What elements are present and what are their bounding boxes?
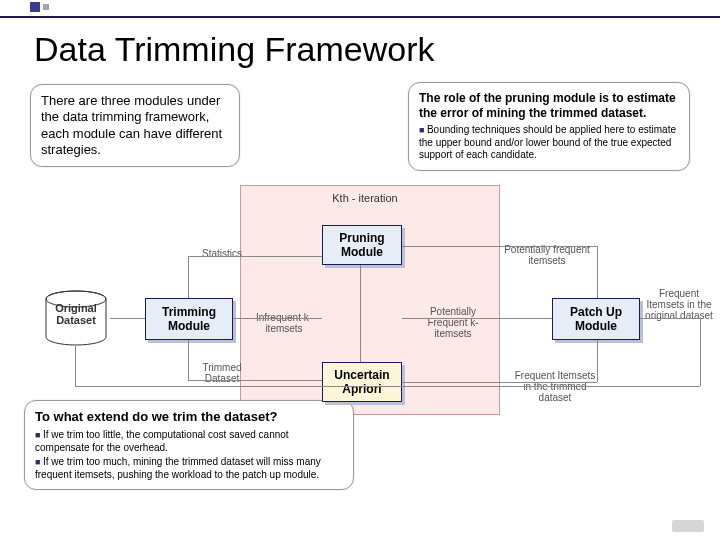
module-patchup: Patch Up Module xyxy=(552,298,640,340)
callout-header: To what extend do we trim the dataset? xyxy=(35,409,343,425)
connector xyxy=(640,318,700,319)
header-bar xyxy=(0,0,720,18)
connector xyxy=(188,256,189,298)
module-trimming: Trimming Module xyxy=(145,298,233,340)
connector xyxy=(188,256,322,257)
label-original-dataset: Original Dataset xyxy=(36,302,116,326)
module-pruning: Pruning Module xyxy=(322,225,402,265)
square-icon xyxy=(43,4,49,10)
label-kth-iteration: Kth - iteration xyxy=(320,192,410,204)
connector xyxy=(597,340,598,382)
footer-logo xyxy=(672,520,704,532)
callout-pruning-role: The role of the pruning module is to est… xyxy=(408,82,690,171)
header-decoration xyxy=(30,2,49,12)
connector xyxy=(402,318,552,319)
bullet-icon xyxy=(35,456,43,467)
connector xyxy=(110,318,145,319)
label-potentially-frequent-k: Potentially Frequent k-itemsets xyxy=(418,306,488,339)
connector xyxy=(700,318,701,386)
callout-intro: There are three modules under the data t… xyxy=(30,84,240,167)
bullet-icon xyxy=(419,124,427,135)
module-uncertain-apriori: Uncertain Apriori xyxy=(322,362,402,402)
connector xyxy=(402,246,597,247)
callout-trim-question: To what extend do we trim the dataset? I… xyxy=(24,400,354,490)
callout-text: There are three modules under the data t… xyxy=(41,93,222,157)
label-statistics: Statistics xyxy=(192,248,252,259)
connector xyxy=(402,382,597,383)
bullet-text: If we trim too little, the computational… xyxy=(35,429,289,453)
bullet-icon xyxy=(35,429,43,440)
connector xyxy=(597,246,598,298)
connector xyxy=(75,346,76,386)
connector xyxy=(75,386,700,387)
label-potentially-frequent: Potentially frequent itemsets xyxy=(502,244,592,266)
bullet-text: Bounding techniques should be applied he… xyxy=(419,124,676,160)
square-icon xyxy=(30,2,40,12)
label-frequent-original: Frequent Itemsets in the original datase… xyxy=(644,288,714,321)
callout-header: The role of the pruning module is to est… xyxy=(419,91,679,121)
connector xyxy=(188,380,322,381)
bullet-text: If we trim too much, mining the trimmed … xyxy=(35,456,321,480)
connector xyxy=(188,340,189,380)
page-title: Data Trimming Framework xyxy=(34,30,435,69)
connector xyxy=(360,265,361,362)
label-infrequent: Infrequent k-itemsets xyxy=(254,312,314,334)
connector xyxy=(233,318,322,319)
